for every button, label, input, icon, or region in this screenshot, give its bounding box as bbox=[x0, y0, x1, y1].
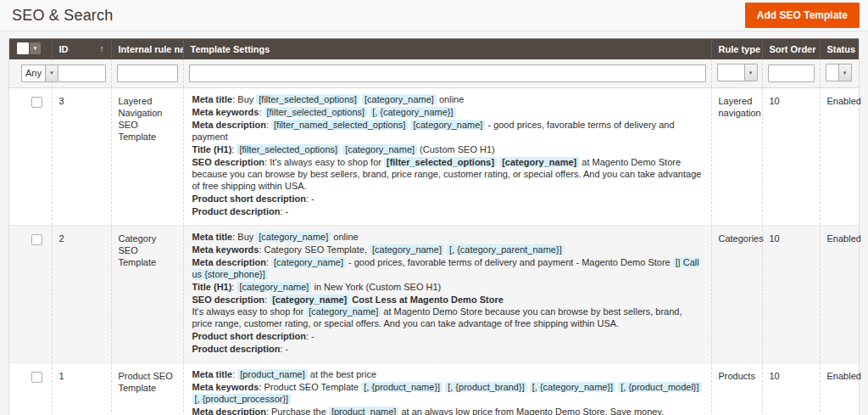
template-settings-line: Title (H1): [category_name] in New York … bbox=[192, 281, 703, 293]
template-text: : - bbox=[280, 206, 288, 216]
mass-select-dropdown[interactable]: ▼ bbox=[17, 42, 41, 54]
row-status: Enabled bbox=[820, 88, 859, 226]
template-settings-line: Product description: - bbox=[192, 343, 703, 355]
table-row: 2Category SEO TemplateMeta title: Buy [c… bbox=[9, 226, 859, 363]
row-internal-rule-name: Category SEO Template bbox=[111, 226, 183, 363]
template-text: : Purchase the bbox=[266, 407, 329, 415]
row-sort-order: 10 bbox=[762, 226, 820, 363]
template-text: Product short description bbox=[192, 193, 306, 204]
template-text: : - bbox=[306, 331, 314, 341]
add-seo-template-button[interactable]: Add SEO Template bbox=[745, 3, 860, 28]
template-settings-line: Meta title: Buy [category_name] online bbox=[192, 231, 703, 243]
template-text: : - bbox=[280, 344, 288, 354]
template-settings-line: Meta title: [product_name] at the best p… bbox=[192, 368, 703, 380]
sort-asc-icon[interactable]: ↑ bbox=[100, 44, 104, 53]
filter-rule-type-select[interactable]: ▼ bbox=[717, 64, 758, 81]
template-token: [category_name] bbox=[370, 244, 444, 255]
template-text: Title (H1) bbox=[192, 144, 232, 154]
table-row: 1Product SEO TemplateMeta title: [produc… bbox=[9, 363, 859, 415]
seo-templates-table: ▼ ID ↑ Internal rule name Template Setti… bbox=[9, 38, 859, 415]
filter-id-input[interactable] bbox=[58, 64, 106, 82]
template-text: : Buy bbox=[232, 232, 256, 242]
row-template-settings: Meta title: [product_name] at the best p… bbox=[183, 363, 711, 415]
row-checkbox[interactable] bbox=[31, 97, 42, 108]
template-token: [, {category_name}] bbox=[530, 382, 615, 392]
filter-sort-order-input[interactable] bbox=[768, 64, 815, 82]
filter-mass-cell: Any ▼ bbox=[9, 59, 52, 88]
select-all-checkbox[interactable] bbox=[17, 42, 29, 54]
template-token: [filter_selected_options] bbox=[256, 94, 359, 104]
row-rule-type: Categories bbox=[711, 226, 762, 363]
column-header-sort-order[interactable]: Sort Order bbox=[762, 39, 820, 60]
template-text: Meta description bbox=[192, 257, 266, 267]
template-text: online bbox=[331, 232, 358, 242]
row-sort-order: 10 bbox=[762, 363, 820, 415]
column-header-rule-type[interactable]: Rule type bbox=[711, 39, 762, 60]
row-rule-type: Products bbox=[711, 363, 762, 415]
template-text: : - bbox=[306, 193, 314, 204]
page-title: SEO & Search bbox=[12, 7, 113, 25]
page-header: SEO & Search Add SEO Template bbox=[0, 0, 868, 31]
template-text: Meta keywords bbox=[192, 382, 259, 392]
row-template-settings: Meta title: Buy [filter_selected_options… bbox=[183, 88, 711, 226]
seo-templates-grid: ▼ ID ↑ Internal rule name Template Setti… bbox=[8, 38, 860, 415]
mass-filter-select[interactable]: Any ▼ bbox=[21, 64, 58, 82]
chevron-down-icon: ▼ bbox=[744, 64, 757, 81]
filter-rule-type-value bbox=[718, 64, 744, 81]
filter-id-cell bbox=[52, 59, 111, 88]
template-token: [, {product_name}] bbox=[361, 382, 442, 392]
column-header-internal-rule-name[interactable]: Internal rule name bbox=[111, 39, 183, 60]
template-settings-line: Meta keywords: Category SEO Template, [c… bbox=[192, 244, 703, 255]
template-token: [category_name] bbox=[499, 157, 579, 167]
filter-status-select[interactable]: ▼ bbox=[826, 64, 852, 81]
template-text: SEO description bbox=[192, 157, 265, 167]
row-rule-type: Layered navigation bbox=[711, 88, 762, 226]
table-row: 3Layered Navigation SEO TemplateMeta tit… bbox=[9, 88, 859, 226]
template-token: [, {product_processor}] bbox=[192, 394, 292, 404]
row-select-cell bbox=[9, 226, 52, 363]
template-settings-line: SEO description: [category_name] Cost Le… bbox=[192, 294, 703, 329]
row-template-settings: Meta title: Buy [category_name] onlineMe… bbox=[183, 226, 711, 363]
row-select-cell bbox=[9, 363, 52, 415]
template-text: Product short description bbox=[192, 331, 306, 341]
template-token: [, {category_parent_name}] bbox=[447, 244, 565, 255]
grid-filter-row: Any ▼ ▼ bbox=[9, 59, 859, 88]
filter-internal-rule-name-input[interactable] bbox=[117, 64, 178, 82]
template-token: [product_name] bbox=[329, 407, 398, 415]
column-header-template-settings[interactable]: Template Settings bbox=[183, 39, 711, 60]
template-text: : Product SEO Template bbox=[259, 382, 361, 392]
template-text: Meta title bbox=[192, 369, 233, 379]
template-settings-line: Meta keywords: Product SEO Template [, {… bbox=[192, 381, 703, 405]
row-status: Enabled bbox=[820, 363, 859, 415]
template-text: Cost Less at Magento Demo Store bbox=[349, 294, 504, 305]
column-header-id[interactable]: ID ↑ bbox=[52, 39, 111, 60]
chevron-down-icon: ▼ bbox=[45, 65, 58, 81]
template-settings-line: Title (H1): [filter_selected_options] [c… bbox=[192, 143, 703, 155]
row-checkbox[interactable] bbox=[31, 372, 42, 383]
chevron-down-icon[interactable]: ▼ bbox=[30, 42, 41, 54]
template-text: in New York (Custom SEO H1) bbox=[311, 282, 441, 292]
template-token: [category_name] bbox=[342, 144, 417, 154]
filter-template-settings-input[interactable] bbox=[189, 64, 706, 82]
template-token: [, {category_name}] bbox=[370, 107, 455, 117]
filter-settings-cell bbox=[183, 59, 711, 88]
row-select-cell bbox=[9, 88, 52, 226]
template-text: : bbox=[259, 107, 264, 117]
template-text: Meta keywords bbox=[192, 244, 259, 255]
template-token: [filter_selected_options] bbox=[236, 144, 340, 154]
template-text: Meta title bbox=[192, 232, 233, 242]
template-settings-line: Meta title: Buy [filter_selected_options… bbox=[192, 93, 703, 105]
template-text: SEO description bbox=[192, 294, 265, 305]
template-settings-line: Product description: - bbox=[192, 205, 703, 217]
row-checkbox[interactable] bbox=[31, 234, 42, 245]
template-token: [category_name] bbox=[271, 257, 346, 267]
row-id: 1 bbox=[52, 363, 111, 415]
template-text: Product description bbox=[192, 344, 281, 354]
template-text: (Custom SEO H1) bbox=[417, 144, 495, 154]
column-header-status[interactable]: Status bbox=[820, 39, 859, 60]
template-text: Meta description bbox=[192, 120, 266, 130]
template-token: [, {product_model}] bbox=[618, 382, 701, 392]
template-token: [category_name] bbox=[410, 120, 485, 130]
template-token: [category_name] bbox=[270, 294, 349, 305]
template-text: Meta description bbox=[192, 407, 266, 415]
